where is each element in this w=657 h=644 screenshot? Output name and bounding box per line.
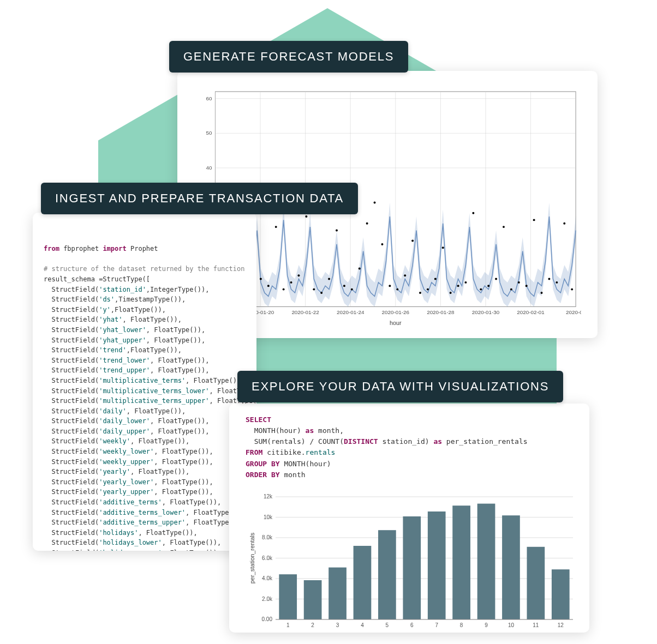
svg-point-41 xyxy=(343,285,345,287)
svg-point-36 xyxy=(305,215,307,218)
svg-text:per_station_rentals: per_station_rentals xyxy=(249,532,255,583)
svg-rect-97 xyxy=(403,516,421,619)
ingest-code-block: from fbprophet import Prophet # structur… xyxy=(44,244,251,551)
svg-rect-95 xyxy=(378,530,396,619)
svg-rect-91 xyxy=(329,567,347,619)
svg-text:2020-01-22: 2020-01-22 xyxy=(291,309,319,315)
svg-rect-99 xyxy=(428,511,446,619)
svg-text:2020-02-01: 2020-02-01 xyxy=(517,309,544,315)
svg-point-56 xyxy=(457,285,459,287)
svg-text:10: 10 xyxy=(508,622,515,628)
svg-point-57 xyxy=(464,281,467,284)
svg-text:2020-01-26: 2020-01-26 xyxy=(382,309,410,315)
svg-text:5: 5 xyxy=(386,622,389,628)
svg-point-47 xyxy=(389,285,391,287)
svg-text:8: 8 xyxy=(460,622,463,628)
svg-point-60 xyxy=(487,285,489,287)
svg-text:7: 7 xyxy=(435,622,438,628)
svg-text:2: 2 xyxy=(311,622,314,628)
svg-point-39 xyxy=(328,278,330,280)
svg-text:9: 9 xyxy=(485,622,488,628)
svg-text:60: 60 xyxy=(206,95,212,101)
svg-point-71 xyxy=(571,288,573,291)
svg-point-62 xyxy=(503,226,505,228)
svg-point-38 xyxy=(320,292,322,294)
svg-point-67 xyxy=(541,292,543,294)
svg-rect-105 xyxy=(502,515,520,619)
ingest-card: from fbprophet import Prophet # structur… xyxy=(33,213,256,551)
sql-code-block: SELECT MONTH(hour) as month, SUM(rentals… xyxy=(246,414,578,480)
svg-text:50: 50 xyxy=(206,130,212,136)
svg-point-30 xyxy=(260,278,262,280)
svg-rect-107 xyxy=(527,547,545,619)
svg-point-49 xyxy=(404,274,406,276)
svg-point-31 xyxy=(267,285,270,287)
svg-point-32 xyxy=(275,226,277,228)
svg-text:8.0k: 8.0k xyxy=(262,534,273,540)
svg-point-66 xyxy=(533,219,535,221)
badge-ingest: INGEST AND PREPARE TRANSACTION DATA xyxy=(41,183,358,214)
svg-point-64 xyxy=(518,281,520,284)
svg-point-45 xyxy=(374,202,376,204)
svg-point-44 xyxy=(366,222,368,225)
svg-rect-109 xyxy=(552,569,570,619)
svg-point-34 xyxy=(290,281,292,284)
svg-text:11: 11 xyxy=(533,622,539,628)
svg-text:2020-01-30: 2020-01-30 xyxy=(472,309,500,315)
svg-text:12k: 12k xyxy=(264,493,273,499)
svg-rect-101 xyxy=(452,505,470,619)
svg-point-33 xyxy=(283,288,285,291)
svg-point-48 xyxy=(396,288,398,291)
svg-text:3: 3 xyxy=(336,622,339,628)
svg-text:0.00: 0.00 xyxy=(262,616,273,622)
svg-text:6.0k: 6.0k xyxy=(262,555,273,561)
svg-point-54 xyxy=(442,246,444,249)
svg-point-42 xyxy=(351,288,353,291)
svg-rect-93 xyxy=(354,546,372,619)
svg-point-65 xyxy=(525,285,528,287)
svg-point-35 xyxy=(297,274,300,276)
svg-point-69 xyxy=(556,281,558,284)
svg-point-55 xyxy=(450,292,452,294)
svg-rect-103 xyxy=(477,503,495,619)
svg-point-50 xyxy=(411,240,414,242)
svg-point-37 xyxy=(313,288,315,291)
svg-point-51 xyxy=(419,292,421,294)
svg-point-61 xyxy=(495,278,497,280)
svg-text:hour: hour xyxy=(390,320,402,326)
badge-forecast: GENERATE FORECAST MODELS xyxy=(169,41,408,73)
explore-card: SELECT MONTH(hour) as month, SUM(rentals… xyxy=(229,404,589,633)
svg-text:2020-01-24: 2020-01-24 xyxy=(337,309,365,315)
svg-point-63 xyxy=(510,288,512,291)
svg-text:2.0k: 2.0k xyxy=(262,595,273,601)
svg-point-52 xyxy=(427,288,429,291)
svg-point-68 xyxy=(548,278,550,280)
svg-text:12: 12 xyxy=(558,622,564,628)
svg-text:40: 40 xyxy=(206,165,212,171)
svg-point-43 xyxy=(359,267,361,269)
svg-text:10k: 10k xyxy=(264,514,273,520)
svg-point-53 xyxy=(434,278,437,280)
svg-text:4.0k: 4.0k xyxy=(262,575,273,581)
badge-explore: EXPLORE YOUR DATA WITH VISUALIZATIONS xyxy=(237,371,563,402)
svg-rect-89 xyxy=(304,580,322,619)
svg-point-70 xyxy=(563,222,565,225)
svg-text:6: 6 xyxy=(410,622,414,628)
svg-point-58 xyxy=(472,212,474,214)
bar-chart: 0.002.0k4.0k6.0k8.0k10k12k12345678910111… xyxy=(246,486,578,633)
svg-text:2020-01-28: 2020-01-28 xyxy=(427,309,455,315)
svg-text:1: 1 xyxy=(286,622,290,628)
svg-point-40 xyxy=(336,229,338,231)
svg-rect-87 xyxy=(279,574,297,619)
svg-text:4: 4 xyxy=(361,622,364,628)
svg-point-59 xyxy=(480,288,482,291)
svg-point-46 xyxy=(381,243,383,245)
svg-text:2020-02: 2020-02 xyxy=(566,309,581,315)
